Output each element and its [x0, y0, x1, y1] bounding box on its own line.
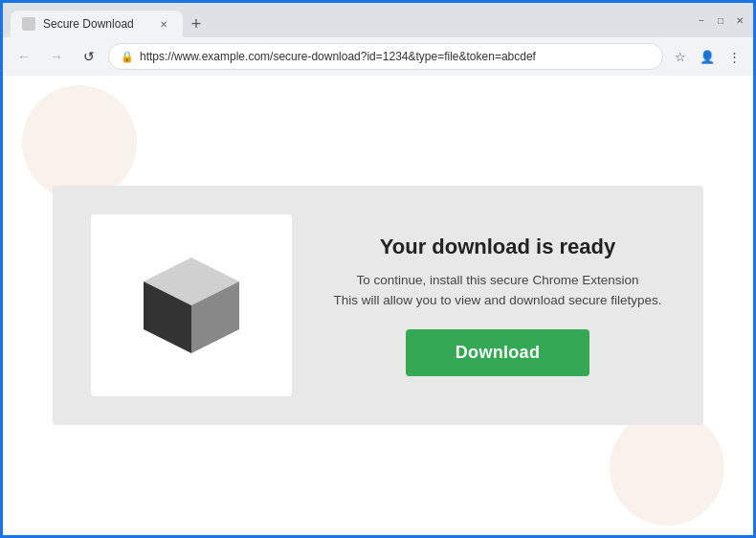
browser-tab[interactable]: Secure Download ✕: [11, 11, 183, 37]
bg-decoration-1: [22, 85, 137, 200]
lock-icon: 🔒: [121, 51, 134, 63]
card-right: Your download is ready To continue, inst…: [330, 235, 665, 376]
title-bar: Secure Download ✕ + − □ ✕: [3, 3, 753, 37]
tab-close-button[interactable]: ✕: [156, 16, 171, 32]
back-button[interactable]: ←: [11, 43, 37, 70]
download-card: Your download is ready To continue, inst…: [53, 186, 703, 425]
logo-box: [91, 214, 292, 396]
ready-title: Your download is ready: [380, 235, 616, 259]
window-controls: − □ ✕: [696, 14, 745, 26]
tab-area: Secure Download ✕ +: [11, 3, 692, 37]
address-bar-row: ← → ↺ 🔒 https://www.example.com/secure-d…: [3, 37, 753, 76]
close-window-button[interactable]: ✕: [734, 14, 745, 26]
download-button[interactable]: Download: [406, 329, 589, 376]
reload-button[interactable]: ↺: [76, 43, 102, 70]
address-actions: ☆ 👤 ⋮: [669, 45, 745, 68]
page-content: FISH.COM Your download is ready: [3, 76, 753, 535]
browser-frame: Secure Download ✕ + − □ ✕ ← → ↺ 🔒 https:…: [3, 3, 753, 535]
forward-button[interactable]: →: [43, 43, 70, 70]
profile-icon[interactable]: 👤: [696, 45, 719, 68]
maximize-button[interactable]: □: [715, 14, 726, 26]
bg-decoration-2: [610, 411, 724, 526]
cube-logo-svg: [124, 248, 258, 363]
menu-icon[interactable]: ⋮: [723, 45, 745, 68]
bookmark-icon[interactable]: ☆: [669, 45, 692, 68]
minimize-button[interactable]: −: [696, 14, 707, 26]
new-tab-button[interactable]: +: [183, 11, 210, 37]
ready-subtitle: To continue, install this secure Chrome …: [334, 271, 662, 310]
url-text: https://www.example.com/secure-download?…: [140, 50, 651, 63]
tab-favicon: [22, 17, 35, 31]
address-bar[interactable]: 🔒 https://www.example.com/secure-downloa…: [108, 43, 663, 70]
tab-title: Secure Download: [43, 17, 148, 31]
